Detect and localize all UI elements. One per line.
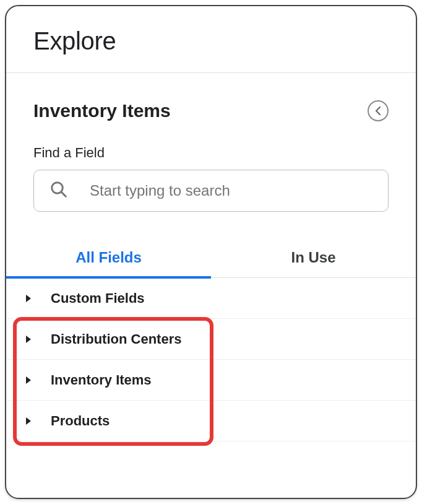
chevron-left-icon	[374, 106, 382, 116]
caret-right-icon	[25, 417, 32, 425]
page-title: Explore	[33, 27, 389, 55]
group-distribution-centers[interactable]: Distribution Centers	[6, 319, 416, 360]
search-input[interactable]	[33, 170, 389, 212]
group-products[interactable]: Products	[6, 401, 416, 441]
group-label: Products	[51, 413, 110, 429]
search-wrap	[33, 170, 389, 212]
tabs: All Fields In Use	[6, 240, 416, 278]
section-header: Inventory Items	[33, 100, 389, 121]
explore-panel: Explore Inventory Items Find a Field All	[5, 5, 417, 499]
field-group-list: Custom Fields Distribution Centers Inven…	[6, 278, 416, 441]
explore-name: Inventory Items	[33, 100, 171, 121]
group-label: Custom Fields	[51, 290, 145, 306]
group-inventory-items[interactable]: Inventory Items	[6, 360, 416, 401]
tab-in-use[interactable]: In Use	[211, 240, 416, 277]
group-label: Inventory Items	[51, 372, 152, 388]
group-custom-fields[interactable]: Custom Fields	[6, 278, 416, 319]
find-field-label: Find a Field	[33, 145, 389, 161]
caret-right-icon	[25, 335, 32, 344]
svg-line-1	[61, 192, 66, 196]
field-picker: Inventory Items Find a Field All Fields …	[6, 73, 416, 441]
group-label: Distribution Centers	[51, 331, 181, 347]
caret-right-icon	[25, 294, 32, 303]
collapse-button[interactable]	[368, 100, 389, 121]
search-icon	[50, 180, 68, 201]
caret-right-icon	[25, 376, 32, 385]
tab-all-fields[interactable]: All Fields	[6, 240, 211, 277]
header: Explore	[6, 6, 416, 72]
